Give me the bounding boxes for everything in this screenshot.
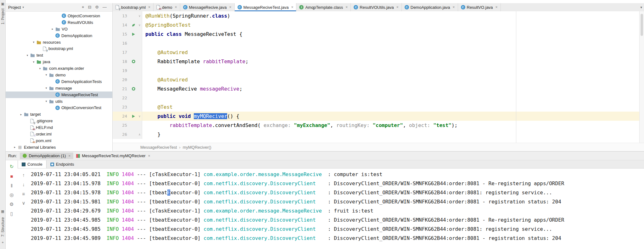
run-icon[interactable] <box>132 115 135 118</box>
tree-item-order-iml[interactable]: iorder.iml <box>6 131 112 137</box>
tree-chevron-icon[interactable]: ▸ <box>12 146 18 149</box>
chevron-down-icon[interactable]: ▾ <box>22 6 24 9</box>
tree-item-objectconversiontest[interactable]: CObjectConversionTest <box>6 104 112 111</box>
close-icon[interactable]: × <box>396 5 399 9</box>
run-icon[interactable] <box>132 33 135 36</box>
breadcrumb-method[interactable]: myMQReciver() <box>183 145 211 150</box>
fold-icon[interactable]: ∧ <box>137 130 142 139</box>
trash-gc-icon[interactable]: ▯ <box>10 209 13 219</box>
locate-file-icon[interactable]: ⌖ <box>82 5 84 10</box>
hide-panel-icon[interactable]: — <box>103 5 107 10</box>
pin-icon[interactable]: ⌖ <box>2 241 3 245</box>
rerun-icon[interactable]: ↻ <box>10 162 14 171</box>
fold-icon[interactable]: ∨ <box>137 11 142 20</box>
tree-chevron-icon[interactable]: ▾ <box>31 41 36 44</box>
editor-tab-bootstrap-yml[interactable]: ybootstrap.yml× <box>113 3 154 11</box>
spring-leaf-icon[interactable] <box>132 23 135 27</box>
tool-window-icon[interactable]: ▣ <box>1 2 4 6</box>
tree-item-demoapplication[interactable]: CDemoApplication <box>6 32 112 39</box>
tree-item-bootstrap-yml[interactable]: ybootstrap.yml <box>6 45 112 52</box>
view-tab-console[interactable]: Console <box>18 160 47 168</box>
run-tab-demoapplication-1[interactable]: DemoApplication (1)× <box>20 152 73 159</box>
close-icon[interactable]: × <box>452 5 455 9</box>
grid-icon[interactable]: ▦ <box>1 209 4 213</box>
soft-wrap-icon[interactable]: ≡ <box>22 189 25 198</box>
editor-tab-resultvo-java[interactable]: CResultVO.java× <box>458 3 501 11</box>
tree-item-help-md[interactable]: mHELP.md <box>6 124 112 131</box>
run-tab-messagerecivetest-mymqreciver[interactable]: MessageReciveTest.myMQReciver× <box>73 152 153 159</box>
fold-icon[interactable]: ∨ <box>137 112 142 121</box>
down-stack-icon[interactable]: ↓ <box>22 180 25 189</box>
code-line-17[interactable]: 17 @Autowired <box>113 48 640 57</box>
hidden-tabs-icon[interactable]: ▾ <box>640 3 642 11</box>
tree-item-pom-xml[interactable]: mpom.xml <box>6 137 112 144</box>
thread-dump-icon[interactable]: ◎ <box>9 190 14 200</box>
tree-chevron-icon[interactable]: ▸ <box>50 27 55 30</box>
spring-bean-icon[interactable] <box>132 87 135 91</box>
editor-tab-demo[interactable]: mdemo× <box>154 3 180 11</box>
editor-tab-messagerecivetest-java[interactable]: CMessageReciveTest.java× <box>235 3 297 11</box>
editor-scrollbar[interactable] <box>639 11 644 143</box>
tree-item-com-example-order[interactable]: ▾com.example.order <box>6 65 112 72</box>
code-line-15[interactable]: 15public class MessageReciveTest { <box>113 30 640 39</box>
code-line-14[interactable]: 14∨@SpringBootTest <box>113 20 640 30</box>
breadcrumb-class[interactable]: MessageReciveTest <box>140 145 177 150</box>
code-line-26[interactable]: 26∧ } <box>113 130 640 139</box>
tree-chevron-icon[interactable]: ▾ <box>43 86 49 90</box>
spring-bean-icon[interactable] <box>132 60 135 63</box>
pause-output-icon[interactable]: ‖ <box>11 181 13 190</box>
close-icon[interactable]: × <box>68 154 70 158</box>
close-icon[interactable]: × <box>148 154 150 158</box>
tree-item-messagerecivetest[interactable]: CMessageReciveTest <box>6 91 112 98</box>
tree-item-vo[interactable]: ▸VO <box>6 26 112 32</box>
code-line-21[interactable]: 21 MessageRecive messageRecive; <box>113 84 640 93</box>
fold-icon[interactable]: ∨ <box>137 20 142 30</box>
stop-icon[interactable]: ■ <box>10 171 13 181</box>
bean-gutter-icon[interactable] <box>130 84 137 93</box>
close-icon[interactable]: × <box>175 5 177 9</box>
collapse-all-icon[interactable]: ⊟ <box>88 5 91 10</box>
code-line-13[interactable]: 13∨@RunWith(SpringRunner.class) <box>113 11 640 20</box>
tree-chevron-icon[interactable]: ▾ <box>43 100 49 103</box>
settings-gear-icon[interactable]: ⚙ <box>95 5 99 10</box>
code-line-16[interactable]: 16 <box>113 39 640 48</box>
tree-chevron-icon[interactable]: ▾ <box>25 54 30 57</box>
tree-item-utils[interactable]: ▾utils <box>6 98 112 105</box>
tree-item-objectconversion[interactable]: CObjectConversion <box>6 13 112 19</box>
editor-tab-resultvoutils-java[interactable]: CResultVOUtils.java× <box>351 3 401 11</box>
code-line-24[interactable]: 24∨ public void myMQReciver() { <box>113 112 640 121</box>
scrollbar-thumb[interactable] <box>641 14 643 36</box>
code-line-19[interactable]: 19 <box>113 66 640 75</box>
console-output[interactable]: 2019-07-11 23:04:05.021 INFO 1404 --- [c… <box>30 169 644 249</box>
activity-bar-structure-button[interactable]: 7: Structure <box>1 217 5 237</box>
tree-item-external-libraries[interactable]: ▸▤External Libraries <box>6 144 112 151</box>
code-line-23[interactable]: 23 @Test <box>113 102 640 112</box>
code-editor[interactable]: 13∨@RunWith(SpringRunner.class)14∨@Sprin… <box>113 11 640 143</box>
tree-item-java[interactable]: ▾java <box>6 58 112 65</box>
settings-gear-icon[interactable]: ⚙ <box>9 200 14 209</box>
up-stack-icon[interactable]: ↑ <box>22 170 25 180</box>
view-tab-endpoints[interactable]: Endpoints <box>47 160 78 168</box>
tree-item-message[interactable]: ▾message <box>6 85 112 91</box>
close-icon[interactable]: × <box>229 5 232 9</box>
editor-tab-amqptemplate-class[interactable]: IAmqpTemplate.class× <box>296 3 351 11</box>
bean-gutter-icon[interactable] <box>130 57 137 66</box>
tree-item-target[interactable]: ▸target <box>6 111 112 118</box>
run-gutter-icon[interactable] <box>130 112 137 121</box>
run-gutter-icon[interactable] <box>130 30 137 39</box>
close-icon[interactable]: × <box>345 5 348 9</box>
code-line-20[interactable]: 20 @Autowired <box>113 75 640 84</box>
close-icon[interactable]: × <box>496 5 498 9</box>
code-line-25[interactable]: 25 rabbitTemplate.convertAndSend( exchan… <box>113 121 640 130</box>
editor-tab-demoapplication-java[interactable]: CDemoApplication.java× <box>402 3 458 11</box>
tree-item-resources[interactable]: ▾resources <box>6 39 112 46</box>
tree-item-demo[interactable]: ▾demo <box>6 72 112 78</box>
close-icon[interactable]: × <box>148 5 150 9</box>
tree-chevron-icon[interactable]: ▾ <box>37 67 43 70</box>
tree-item-test[interactable]: ▾test <box>6 52 112 58</box>
tree-item-gitignore[interactable]: g.gitignore <box>6 118 112 124</box>
tree-item-demoapplicationtests[interactable]: CDemoApplicationTests <box>6 78 112 85</box>
close-icon[interactable]: × <box>291 5 293 9</box>
code-line-18[interactable]: 18 RabbitTemplate rabbitTemplate; <box>113 57 640 66</box>
code-line-22[interactable]: 22 <box>113 93 640 102</box>
